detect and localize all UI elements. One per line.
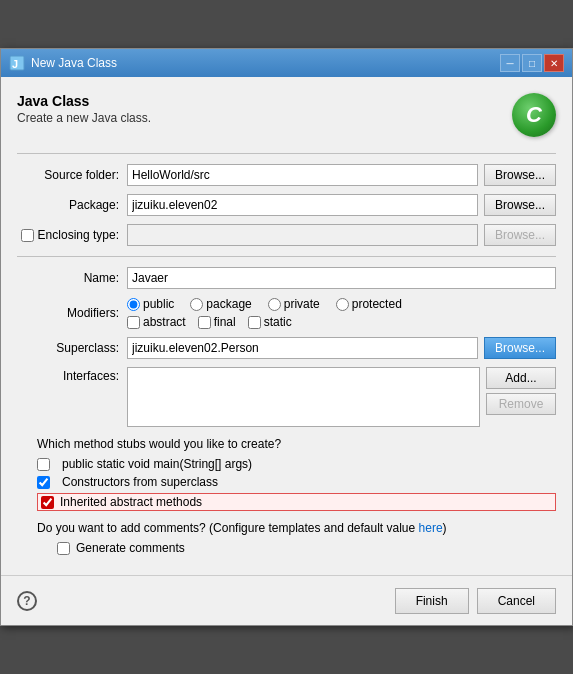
name-label: Name:	[17, 271, 127, 285]
stubs-options: public static void main(String[] args) C…	[17, 457, 556, 511]
source-folder-input[interactable]	[127, 164, 478, 186]
titlebar-icon: J	[9, 55, 25, 71]
final-checkbox[interactable]	[198, 316, 211, 329]
help-button[interactable]: ?	[17, 591, 37, 611]
enclosing-type-row: Enclosing type: Browse...	[17, 224, 556, 246]
inherited-methods-row: Inherited abstract methods	[37, 493, 556, 511]
modifiers-group: public package private protected abstrac…	[127, 297, 402, 329]
enclosing-type-checkbox[interactable]	[21, 229, 34, 242]
source-folder-row: Source folder: Browse...	[17, 164, 556, 186]
main-method-row: public static void main(String[] args)	[37, 457, 556, 471]
interfaces-buttons: Add... Remove	[486, 367, 556, 427]
modifiers-row: Modifiers: public package private protec…	[17, 297, 556, 329]
enclosing-type-browse-button[interactable]: Browse...	[484, 224, 556, 246]
radio-package-input[interactable]	[190, 298, 203, 311]
package-browse-button[interactable]: Browse...	[484, 194, 556, 216]
stubs-section-title: Which method stubs would you like to cre…	[17, 437, 556, 451]
radio-public[interactable]: public	[127, 297, 174, 311]
titlebar-controls: ─ □ ✕	[500, 54, 564, 72]
separator-1	[17, 153, 556, 154]
bottom-bar: ? Finish Cancel	[1, 575, 572, 625]
package-input[interactable]	[127, 194, 478, 216]
header-text: Java Class Create a new Java class.	[17, 93, 151, 125]
close-button[interactable]: ✕	[544, 54, 564, 72]
modifiers-label: Modifiers:	[17, 306, 127, 320]
constructors-label: Constructors from superclass	[62, 475, 218, 489]
package-label: Package:	[17, 198, 127, 212]
comments-text: Do you want to add comments? (Configure …	[17, 521, 556, 535]
radio-private-input[interactable]	[268, 298, 281, 311]
finish-button[interactable]: Finish	[395, 588, 469, 614]
radio-package[interactable]: package	[190, 297, 251, 311]
dialog-title: Java Class	[17, 93, 151, 109]
constructors-checkbox[interactable]	[37, 476, 50, 489]
bottom-buttons: Finish Cancel	[395, 588, 556, 614]
enclosing-type-input[interactable]	[127, 224, 478, 246]
separator-2	[17, 256, 556, 257]
enclosing-type-label: Enclosing type:	[38, 228, 119, 242]
modifier-checkbox-group: abstract final static	[127, 315, 402, 329]
main-method-checkbox[interactable]	[37, 458, 50, 471]
static-checkbox[interactable]	[248, 316, 261, 329]
dialog-subtitle: Create a new Java class.	[17, 111, 151, 125]
logo-icon: C	[512, 93, 556, 137]
radio-protected-input[interactable]	[336, 298, 349, 311]
checkbox-static[interactable]: static	[248, 315, 292, 329]
name-input[interactable]	[127, 267, 556, 289]
superclass-label: Superclass:	[17, 341, 127, 355]
superclass-row: Superclass: Browse...	[17, 337, 556, 359]
here-link[interactable]: here	[419, 521, 443, 535]
dialog-header: Java Class Create a new Java class. C	[17, 93, 556, 137]
radio-public-input[interactable]	[127, 298, 140, 311]
comments-section: Do you want to add comments? (Configure …	[17, 521, 556, 555]
superclass-input[interactable]	[127, 337, 478, 359]
dialog-content: Java Class Create a new Java class. C So…	[1, 77, 572, 575]
generate-comments-row: Generate comments	[17, 541, 556, 555]
inherited-methods-checkbox[interactable]	[41, 496, 54, 509]
abstract-checkbox[interactable]	[127, 316, 140, 329]
superclass-browse-button[interactable]: Browse...	[484, 337, 556, 359]
titlebar: J New Java Class ─ □ ✕	[1, 49, 572, 77]
svg-text:J: J	[12, 58, 18, 70]
constructors-row: Constructors from superclass	[37, 475, 556, 489]
package-row: Package: Browse...	[17, 194, 556, 216]
interfaces-label: Interfaces:	[17, 367, 127, 427]
checkbox-abstract[interactable]: abstract	[127, 315, 186, 329]
source-folder-label: Source folder:	[17, 168, 127, 182]
checkbox-final[interactable]: final	[198, 315, 236, 329]
name-row: Name:	[17, 267, 556, 289]
remove-interface-button[interactable]: Remove	[486, 393, 556, 415]
generate-comments-label: Generate comments	[76, 541, 185, 555]
radio-private[interactable]: private	[268, 297, 320, 311]
add-interface-button[interactable]: Add...	[486, 367, 556, 389]
minimize-button[interactable]: ─	[500, 54, 520, 72]
generate-comments-checkbox[interactable]	[57, 542, 70, 555]
cancel-button[interactable]: Cancel	[477, 588, 556, 614]
maximize-button[interactable]: □	[522, 54, 542, 72]
main-method-label: public static void main(String[] args)	[62, 457, 252, 471]
visibility-radio-group: public package private protected	[127, 297, 402, 311]
interfaces-section: Interfaces: Add... Remove	[17, 367, 556, 427]
inherited-methods-label: Inherited abstract methods	[60, 495, 202, 509]
dialog-window: J New Java Class ─ □ ✕ Java Class Create…	[0, 48, 573, 626]
radio-protected[interactable]: protected	[336, 297, 402, 311]
source-folder-browse-button[interactable]: Browse...	[484, 164, 556, 186]
titlebar-title: New Java Class	[31, 56, 500, 70]
stubs-section: Which method stubs would you like to cre…	[17, 437, 556, 511]
interfaces-listbox[interactable]	[127, 367, 480, 427]
